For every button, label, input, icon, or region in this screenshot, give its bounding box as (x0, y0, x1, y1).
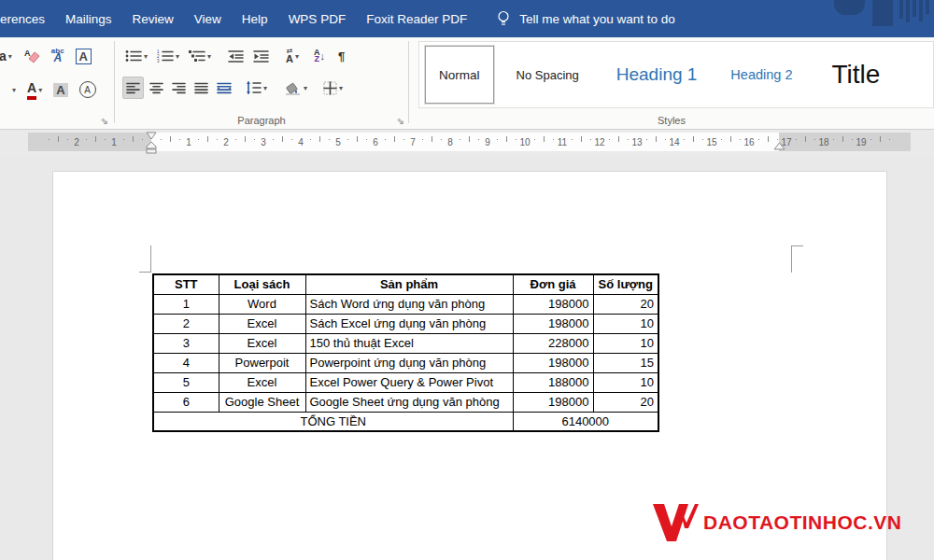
paragraph-dialog-launcher[interactable]: ⇘ (397, 116, 404, 126)
numbering-button[interactable]: 123 ▾ (154, 45, 182, 67)
ruler-tick (814, 139, 815, 140)
table-cell[interactable]: 198000 (513, 392, 593, 412)
ruler-tick (432, 136, 432, 142)
table-cell[interactable]: 10 (593, 333, 658, 353)
document-area[interactable]: STTLoại sáchSản phẩmĐơn giáSố lượng 1Wor… (0, 156, 934, 560)
table-cell[interactable]: 198000 (513, 353, 593, 372)
table-cell[interactable]: Excel Power Query & Power Pivot (305, 372, 513, 392)
align-center-button[interactable] (147, 77, 166, 99)
bullets-button[interactable]: ▾ (122, 45, 150, 67)
table-cell[interactable]: 228000 (513, 333, 593, 353)
order-table[interactable]: STTLoại sáchSản phẩmĐơn giáSố lượng 1Wor… (152, 273, 659, 432)
right-indent-marker[interactable] (773, 143, 785, 150)
font-dialog-launcher[interactable]: ⇘ (101, 116, 108, 126)
borders-button[interactable]: ▾ (320, 77, 346, 99)
table-cell[interactable]: 2 (153, 314, 219, 333)
ruler-number: 1 (186, 137, 191, 147)
justify-button[interactable] (191, 77, 211, 99)
ruler-tick (590, 139, 591, 140)
ruler-text-area[interactable] (151, 133, 779, 151)
table-header-cell[interactable]: Số lượng (593, 274, 658, 294)
table-cell[interactable]: 3 (153, 333, 219, 353)
watermark-text: DAOTAOTINHOC.VN (703, 511, 901, 534)
character-border-button[interactable]: A (73, 45, 94, 67)
menu-item[interactable]: WPS PDF (289, 12, 347, 26)
menu-item[interactable]: Help (242, 12, 268, 26)
ruler-number: 8 (447, 137, 453, 147)
menu-item[interactable]: Mailings (65, 12, 112, 26)
table-cell[interactable]: Powerpoit (219, 353, 305, 372)
multilevel-list-button[interactable]: ▾ (186, 45, 214, 67)
menu-item[interactable]: View (194, 12, 221, 26)
align-right-button[interactable] (169, 77, 189, 99)
table-header-cell[interactable]: Loại sách (219, 274, 305, 294)
distribute-button[interactable] (214, 77, 234, 99)
crop-mark (150, 245, 151, 273)
table-cell[interactable]: Excel (219, 333, 305, 353)
menu-item[interactable]: Foxit Reader PDF (366, 12, 467, 26)
sort-button[interactable]: A Z ↓ (311, 45, 328, 67)
shading-button[interactable]: ▾ (282, 77, 310, 99)
ruler-tick (609, 139, 610, 140)
partial-dropdown[interactable]: ▾ (7, 78, 19, 101)
table-cell[interactable]: Excel (219, 372, 305, 392)
phonetic-guide-button[interactable]: abc A (49, 45, 67, 67)
style-title[interactable]: Title (818, 46, 893, 104)
table-cell[interactable]: Sách Excel ứng dụng văn phòng (305, 314, 513, 333)
clear-formatting-button[interactable]: A (21, 45, 43, 67)
table-cell[interactable]: Word (219, 294, 305, 314)
ruler-right-margin[interactable] (779, 133, 911, 151)
style-no-spacing[interactable]: No Spacing (503, 46, 592, 104)
character-shading-button[interactable]: A (50, 78, 70, 101)
table-header-cell[interactable]: STT (153, 274, 219, 294)
first-line-indent-marker[interactable] (145, 132, 158, 140)
table-cell[interactable]: 6 (153, 392, 219, 412)
table-cell[interactable]: 198000 (513, 314, 593, 333)
align-right-icon (172, 82, 186, 94)
total-label-cell[interactable]: TỔNG TIỀN (153, 412, 513, 431)
align-left-button[interactable] (122, 77, 144, 99)
document-page[interactable]: STTLoại sáchSản phẩmĐơn giáSố lượng 1Wor… (52, 171, 887, 560)
table-cell[interactable]: 10 (593, 372, 658, 392)
decrease-indent-button[interactable] (225, 45, 247, 67)
increase-indent-button[interactable] (250, 45, 272, 67)
show-hide-pilcrow-button[interactable]: ¶ (335, 45, 347, 67)
table-cell[interactable]: Powerpoint ứng dụng văn phòng (305, 353, 513, 372)
table-cell[interactable]: Google Sheet (219, 392, 305, 412)
table-header-cell[interactable]: Đơn giá (513, 274, 593, 294)
crop-mark (791, 245, 792, 273)
menu-item[interactable]: Review (133, 12, 174, 26)
ruler-tick (702, 139, 703, 140)
tell-me-box[interactable]: Tell me what you want to do (497, 10, 675, 27)
table-cell[interactable]: 15 (593, 353, 658, 372)
table-cell[interactable]: 4 (153, 353, 219, 372)
decorative-shape (919, 0, 923, 21)
ruler-tick (842, 136, 843, 142)
style-normal[interactable]: Normal (425, 46, 494, 104)
ruler-left-margin[interactable] (28, 133, 151, 151)
total-value-cell[interactable]: 6140000 (513, 412, 658, 431)
hanging-indent-marker[interactable] (145, 142, 158, 154)
table-cell[interactable]: 1 (153, 294, 219, 314)
style-heading-1[interactable]: Heading 1 (603, 46, 711, 104)
table-cell[interactable]: 10 (593, 314, 658, 333)
font-color-button[interactable]: A ▾ (24, 78, 45, 101)
table-cell[interactable]: 188000 (513, 372, 593, 392)
table-header-cell[interactable]: Sản phẩm (305, 274, 513, 294)
table-cell[interactable]: 20 (593, 392, 658, 412)
menu-bar: erencesMailingsReviewViewHelpWPS PDFFoxi… (0, 12, 467, 26)
table-cell[interactable]: 198000 (513, 294, 593, 314)
table-cell[interactable]: 150 thủ thuật Excel (305, 333, 513, 353)
change-case-button[interactable]: a ▾ (0, 45, 15, 67)
table-cell[interactable]: 5 (153, 372, 219, 392)
asian-layout-button[interactable]: ⇄ A ▾ (283, 45, 302, 67)
table-cell[interactable]: 20 (593, 294, 658, 314)
table-cell[interactable]: Sách Word ứng dụng văn phòng (305, 294, 513, 314)
decorative-shape (899, 0, 903, 19)
line-spacing-button[interactable]: ▾ (243, 77, 270, 99)
table-cell[interactable]: Google Sheet ứng dụng văn phòng (305, 392, 513, 412)
style-heading-2[interactable]: Heading 2 (717, 46, 805, 104)
menu-item[interactable]: erences (0, 12, 45, 26)
enclose-characters-button[interactable]: A (77, 78, 99, 101)
table-cell[interactable]: Excel (219, 314, 305, 333)
